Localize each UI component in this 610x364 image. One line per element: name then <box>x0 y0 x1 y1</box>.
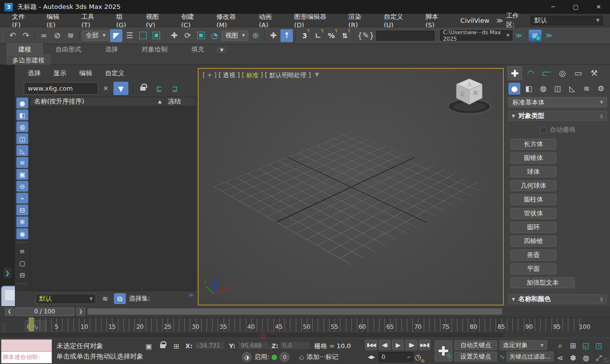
adaptive-degradation-icon[interactable]: ◑ <box>242 352 252 362</box>
listener-macro-line[interactable] <box>1 340 52 352</box>
torus-button[interactable]: 圆环 <box>510 222 556 233</box>
ribbon-tab-freeform[interactable]: 自由形式 <box>45 44 92 55</box>
snap-toggle-button[interactable]: 3 <box>298 29 311 42</box>
named-selection-set-field[interactable] <box>376 31 435 41</box>
explorer-menu-item[interactable]: 选择 <box>28 69 41 78</box>
helpers-category-button[interactable]: ◺ <box>566 83 578 95</box>
viewport-menu-standard[interactable]: [ 标准 ] <box>242 71 263 80</box>
selection-filter-dropdown[interactable]: 全部 ▼ <box>82 31 109 41</box>
search-filter-button[interactable]: ▼ <box>113 82 128 95</box>
freeze-column-header[interactable]: 冻结 <box>165 97 195 106</box>
x-coordinate-field[interactable]: -34.731 <box>194 341 225 350</box>
select-and-link-button[interactable]: ∞ <box>38 29 50 42</box>
render-setup-button[interactable]: ⊞ <box>529 30 542 42</box>
shapes-category-button[interactable]: ◧ <box>523 83 535 95</box>
display-hidden-icon[interactable]: ◉ <box>16 228 28 239</box>
autogrid-checkbox[interactable] <box>540 127 547 133</box>
detail-view-icon[interactable]: ⊟ <box>16 269 28 280</box>
select-and-place-button[interactable]: ◔ <box>208 29 221 42</box>
ribbon-tab-object-paint[interactable]: 对象绘制 <box>131 44 178 55</box>
selected-object-dropdown[interactable]: 选定对象 ▼ <box>499 340 547 350</box>
utilities-tab[interactable]: ⚒ <box>587 66 602 80</box>
spinner-snap-button[interactable]: ⇅ <box>338 29 351 42</box>
geosphere-button[interactable]: 几何球体 <box>510 180 556 191</box>
window-crossing-toggle[interactable] <box>150 29 163 42</box>
pyramid-button[interactable]: 四棱锥 <box>510 236 556 247</box>
schematic-view-button[interactable]: ⧉ <box>114 293 126 304</box>
explorer-rows-empty[interactable] <box>30 106 195 290</box>
display-spacewarps-icon[interactable]: ≋ <box>16 157 28 168</box>
select-and-move-small-button[interactable]: ✚ <box>267 29 279 42</box>
name-column-header[interactable]: 名称(按升序排序) ▲ <box>30 97 165 106</box>
toolbar-overflow-icon[interactable]: ≫ <box>515 32 521 39</box>
cylinder-button[interactable]: 圆柱体 <box>510 194 556 205</box>
explorer-search-input[interactable]: www.x6g.com <box>24 82 98 95</box>
expand-hierarchy-button[interactable]: ⊑ <box>153 83 166 95</box>
viewport-menu-pov[interactable]: [ 透视 ] <box>219 71 240 80</box>
ribbon-options-dropdown[interactable]: ▼ <box>216 47 227 53</box>
trackbar-playhead[interactable] <box>29 317 34 331</box>
go-to-end-button[interactable]: ▶▶▮ <box>419 340 431 350</box>
isolate-selection-icon[interactable]: ▣ <box>143 341 155 351</box>
zoom-extents-all-button[interactable]: ◳ <box>593 340 605 352</box>
active-layer-dropdown[interactable]: 默认 ▼ <box>36 294 96 304</box>
display-cameras-icon[interactable]: ◫ <box>16 133 28 144</box>
y-coordinate-field[interactable]: 95.688 <box>238 341 269 350</box>
next-frame-button[interactable]: ▮▶ <box>405 340 417 350</box>
viewport-menu-general[interactable]: [ + ] <box>203 71 217 80</box>
undo-button[interactable]: ↶ <box>6 29 19 42</box>
time-configuration-button[interactable]: ◷ <box>415 353 421 362</box>
display-tab[interactable]: ▭ <box>571 66 586 80</box>
zero-badge-icon[interactable]: 0 <box>279 352 289 362</box>
key-filters-button[interactable]: 关键点过滤器... <box>506 352 554 362</box>
layers-icon[interactable]: ≋ <box>99 293 111 304</box>
use-pivot-center-button[interactable]: ⊕ <box>249 29 262 42</box>
geometry-category-button[interactable]: ● <box>508 83 520 95</box>
polygon-modeling-panel-tab[interactable]: 多边形建模 <box>7 55 50 65</box>
display-xref-icon[interactable]: ✻ <box>16 216 28 227</box>
zoom-extents-button[interactable]: ◱ <box>580 340 592 352</box>
set-key-button[interactable]: 设置关键点 <box>454 352 497 362</box>
edit-named-selection-sets-button[interactable]: {✎} <box>356 29 375 42</box>
explorer-menu-item[interactable]: 显示 <box>54 69 66 78</box>
cone-button[interactable]: 圆锥体 <box>510 153 556 163</box>
auto-key-button[interactable]: 自动关键点 <box>454 340 497 350</box>
time-slider-track[interactable] <box>87 308 502 315</box>
teapot-button[interactable]: 茶壶 <box>510 250 556 260</box>
spacewarps-category-button[interactable]: ≋ <box>581 83 593 95</box>
current-frame-field[interactable]: 0 ▴▾ <box>379 352 413 362</box>
rectangular-selection-region-button[interactable] <box>137 29 149 42</box>
per-view-filter-icon[interactable]: ▼ <box>315 71 319 80</box>
plane-button[interactable]: 平面 <box>510 263 556 274</box>
cameras-category-button[interactable]: ◫ <box>552 83 563 95</box>
empty-box-icon[interactable]: ▢ <box>16 258 28 268</box>
key-mode-toggle[interactable]: ◀▶ <box>365 352 377 362</box>
select-and-rotate-button[interactable]: ⟳ <box>181 29 194 42</box>
perspective-viewport[interactable]: [ + ] [ 透视 ] [ 标准 ] [ 默认明暗处理 ] ▼ 上 左 前 <box>198 68 504 306</box>
viewport-menu-shading[interactable]: [ 默认明暗处理 ] <box>265 71 311 80</box>
display-geometry-icon[interactable]: ● <box>16 98 28 108</box>
frame-spinner[interactable]: ▴▾ <box>407 356 410 358</box>
clear-search-icon[interactable]: ✕ <box>101 85 111 92</box>
select-by-name-button[interactable]: ☰ <box>123 29 136 42</box>
redo-button[interactable]: ↷ <box>20 29 32 42</box>
display-helpers-icon[interactable]: ◺ <box>16 145 28 156</box>
box-button[interactable]: 长方体 <box>510 139 556 150</box>
project-folder-dropdown[interactable]: C:\Users\ww···ds Max 2025 ▼ <box>440 30 512 41</box>
ribbon-tab-modeling[interactable]: 建模 <box>7 44 43 55</box>
percent-snap-button[interactable]: % <box>325 29 337 42</box>
display-shapes-icon[interactable]: ◧ <box>16 109 28 120</box>
sphere-button[interactable]: 球体 <box>510 166 556 177</box>
display-containers-icon[interactable]: ⊖ <box>16 181 28 192</box>
toolbar-grip[interactable] <box>1 29 4 42</box>
systems-category-button[interactable]: ⚙ <box>595 83 607 95</box>
menu-overflow-icon[interactable]: ≫ <box>497 17 502 24</box>
footer-overflow-icon[interactable]: ≫ <box>189 292 193 298</box>
z-coordinate-field[interactable]: 0.0 <box>279 341 310 350</box>
ribbon-tab-populate[interactable]: 填充 <box>180 44 215 55</box>
display-groups-icon[interactable]: ▣ <box>16 169 28 180</box>
angle-snap-button[interactable]: ∟ <box>312 29 324 42</box>
field-of-view-button[interactable]: ⋖ <box>554 352 566 364</box>
tube-button[interactable]: 管状体 <box>510 208 556 219</box>
zoom-button[interactable]: ⌕ <box>554 340 566 352</box>
